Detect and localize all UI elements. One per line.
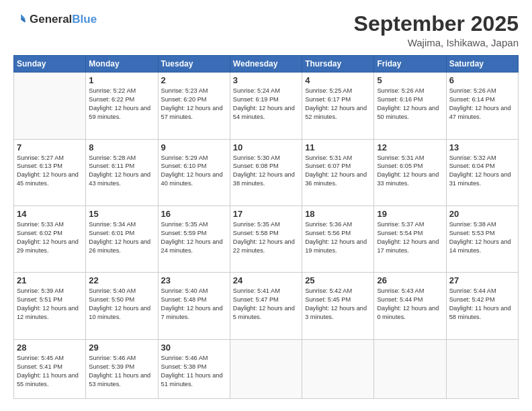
cell-text: Sunrise: 5:40 AMSunset: 5:50 PMDaylight:… [89,287,150,320]
table-row [302,339,374,398]
day-number: 30 [161,342,227,353]
page: GeneralBlue September 2025 Wajima, Ishik… [0,0,532,411]
table-row: 4Sunrise: 5:25 AMSunset: 6:17 PMDaylight… [302,73,374,139]
cell-text: Sunrise: 5:39 AMSunset: 5:51 PMDaylight:… [17,287,79,320]
day-number: 2 [161,75,227,85]
cell-text: Sunrise: 5:42 AMSunset: 5:45 PMDaylight:… [305,287,367,320]
table-row: 2Sunrise: 5:23 AMSunset: 6:20 PMDaylight… [158,73,230,139]
header: GeneralBlue September 2025 Wajima, Ishik… [13,12,519,48]
cell-text: Sunrise: 5:26 AMSunset: 6:14 PMDaylight:… [449,87,511,120]
day-number: 27 [449,275,515,285]
logo: GeneralBlue [13,12,97,27]
day-number: 19 [377,209,443,219]
cell-text: Sunrise: 5:38 AMSunset: 5:53 PMDaylight:… [449,221,511,254]
table-row: 9Sunrise: 5:29 AMSunset: 6:10 PMDaylight… [158,139,230,205]
day-number: 9 [161,142,227,152]
table-row [374,339,446,398]
cell-text: Sunrise: 5:26 AMSunset: 6:16 PMDaylight:… [377,87,439,120]
table-row: 18Sunrise: 5:36 AMSunset: 5:56 PMDayligh… [302,206,374,273]
day-number: 4 [305,75,371,85]
day-number: 16 [161,209,227,219]
table-row: 15Sunrise: 5:34 AMSunset: 6:01 PMDayligh… [86,206,158,273]
table-row: 24Sunrise: 5:41 AMSunset: 5:47 PMDayligh… [230,273,302,339]
cell-text: Sunrise: 5:33 AMSunset: 6:02 PMDaylight:… [17,221,79,254]
cell-text: Sunrise: 5:44 AMSunset: 5:42 PMDaylight:… [449,287,511,320]
table-row: 21Sunrise: 5:39 AMSunset: 5:51 PMDayligh… [14,273,86,339]
table-row: 5Sunrise: 5:26 AMSunset: 6:16 PMDaylight… [374,73,446,139]
day-number: 26 [377,275,443,285]
calendar-header-row: Sunday Monday Tuesday Wednesday Thursday… [14,56,519,73]
day-number: 18 [305,209,371,219]
cell-text: Sunrise: 5:29 AMSunset: 6:10 PMDaylight:… [161,154,223,187]
cell-text: Sunrise: 5:31 AMSunset: 6:05 PMDaylight:… [377,154,439,187]
cell-text: Sunrise: 5:32 AMSunset: 6:04 PMDaylight:… [449,154,511,187]
day-number: 28 [17,342,83,353]
cell-text: Sunrise: 5:46 AMSunset: 5:38 PMDaylight:… [161,355,223,387]
day-number: 7 [17,142,83,152]
title-block: September 2025 Wajima, Ishikawa, Japan [354,12,519,48]
cell-text: Sunrise: 5:31 AMSunset: 6:07 PMDaylight:… [305,154,367,187]
table-row: 22Sunrise: 5:40 AMSunset: 5:50 PMDayligh… [86,273,158,339]
day-number: 15 [89,209,154,219]
month-title: September 2025 [354,12,519,36]
table-row: 12Sunrise: 5:31 AMSunset: 6:05 PMDayligh… [374,139,446,205]
table-row: 25Sunrise: 5:42 AMSunset: 5:45 PMDayligh… [302,273,374,339]
table-row: 30Sunrise: 5:46 AMSunset: 5:38 PMDayligh… [158,339,230,398]
day-number: 10 [233,142,299,152]
cell-text: Sunrise: 5:30 AMSunset: 6:08 PMDaylight:… [233,154,295,187]
table-row: 29Sunrise: 5:46 AMSunset: 5:39 PMDayligh… [86,339,158,398]
table-row: 28Sunrise: 5:45 AMSunset: 5:41 PMDayligh… [14,339,86,398]
cell-text: Sunrise: 5:25 AMSunset: 6:17 PMDaylight:… [305,87,367,120]
cell-text: Sunrise: 5:24 AMSunset: 6:19 PMDaylight:… [233,87,295,120]
day-number: 24 [233,275,299,285]
cell-text: Sunrise: 5:23 AMSunset: 6:20 PMDaylight:… [161,87,223,120]
table-row: 3Sunrise: 5:24 AMSunset: 6:19 PMDaylight… [230,73,302,139]
cell-text: Sunrise: 5:35 AMSunset: 5:59 PMDaylight:… [161,221,223,254]
col-saturday: Saturday [446,56,518,73]
day-number: 22 [89,275,154,285]
table-row [230,339,302,398]
table-row: 13Sunrise: 5:32 AMSunset: 6:04 PMDayligh… [446,139,518,205]
table-row: 14Sunrise: 5:33 AMSunset: 6:02 PMDayligh… [14,206,86,273]
cell-text: Sunrise: 5:41 AMSunset: 5:47 PMDaylight:… [233,287,295,320]
day-number: 1 [89,75,154,85]
table-row: 6Sunrise: 5:26 AMSunset: 6:14 PMDaylight… [446,73,518,139]
cell-text: Sunrise: 5:37 AMSunset: 5:54 PMDaylight:… [377,221,439,254]
cell-text: Sunrise: 5:46 AMSunset: 5:39 PMDaylight:… [89,355,150,387]
cell-text: Sunrise: 5:35 AMSunset: 5:58 PMDaylight:… [233,221,295,254]
day-number: 14 [17,209,83,219]
logo-text: GeneralBlue [30,13,97,26]
calendar-table: Sunday Monday Tuesday Wednesday Thursday… [13,55,519,399]
day-number: 17 [233,209,299,219]
day-number: 5 [377,75,443,85]
table-row: 27Sunrise: 5:44 AMSunset: 5:42 PMDayligh… [446,273,518,339]
cell-text: Sunrise: 5:43 AMSunset: 5:44 PMDaylight:… [377,287,439,320]
day-number: 12 [377,142,443,152]
cell-text: Sunrise: 5:45 AMSunset: 5:41 PMDaylight:… [17,355,79,387]
table-row: 7Sunrise: 5:27 AMSunset: 6:13 PMDaylight… [14,139,86,205]
day-number: 20 [449,209,515,219]
logo-general: General [30,13,72,26]
col-wednesday: Wednesday [230,56,302,73]
cell-text: Sunrise: 5:27 AMSunset: 6:13 PMDaylight:… [17,154,79,187]
day-number: 11 [305,142,371,152]
cell-text: Sunrise: 5:22 AMSunset: 6:22 PMDaylight:… [89,87,150,120]
day-number: 29 [89,342,154,353]
day-number: 6 [449,75,515,85]
table-row: 8Sunrise: 5:28 AMSunset: 6:11 PMDaylight… [86,139,158,205]
table-row [14,73,86,139]
day-number: 21 [17,275,83,285]
col-monday: Monday [86,56,158,73]
table-row: 1Sunrise: 5:22 AMSunset: 6:22 PMDaylight… [86,73,158,139]
day-number: 8 [89,142,154,152]
day-number: 3 [233,75,299,85]
col-friday: Friday [374,56,446,73]
table-row: 20Sunrise: 5:38 AMSunset: 5:53 PMDayligh… [446,206,518,273]
table-row: 17Sunrise: 5:35 AMSunset: 5:58 PMDayligh… [230,206,302,273]
col-sunday: Sunday [14,56,86,73]
cell-text: Sunrise: 5:28 AMSunset: 6:11 PMDaylight:… [89,154,150,187]
cell-text: Sunrise: 5:34 AMSunset: 6:01 PMDaylight:… [89,221,150,254]
logo-icon [13,12,28,27]
col-thursday: Thursday [302,56,374,73]
table-row: 11Sunrise: 5:31 AMSunset: 6:07 PMDayligh… [302,139,374,205]
